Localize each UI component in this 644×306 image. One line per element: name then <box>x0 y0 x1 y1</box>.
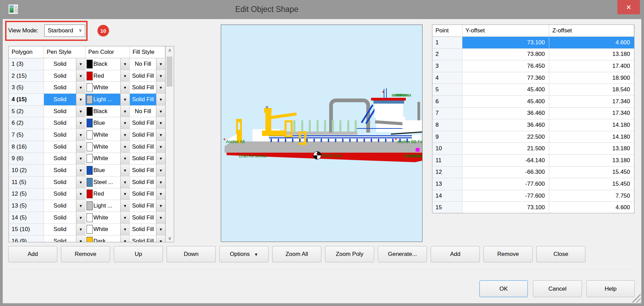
polygon-cell[interactable]: 15 (10) <box>9 224 44 235</box>
point-row-11[interactable]: 11-64.14013.180 <box>432 155 634 167</box>
polygon-cell[interactable]: 12 (5) <box>9 188 44 200</box>
z-offset-value[interactable]: 17.400 <box>549 60 634 72</box>
pen-style-cell[interactable]: Solid▼ <box>44 70 86 82</box>
polygon-table-scrollbar[interactable]: ∧ ∨ <box>166 46 174 242</box>
point-row-6[interactable]: 645.40017.340 <box>432 96 634 108</box>
dropdown-arrow-icon[interactable]: ▼ <box>76 129 85 141</box>
polygon-cell[interactable]: 6 (2) <box>9 117 44 129</box>
y-offset-value[interactable]: -77.600 <box>462 190 549 202</box>
fill-style-cell[interactable]: Solid Fill▼ <box>130 235 165 242</box>
dropdown-arrow-icon[interactable]: ▼ <box>120 200 129 212</box>
polygon-down-button[interactable]: Down <box>167 246 216 262</box>
pen-style-cell[interactable]: Solid▼ <box>44 141 86 153</box>
fill-style-cell[interactable]: Solid Fill▼ <box>130 117 165 129</box>
dropdown-arrow-icon[interactable]: ▼ <box>76 212 85 224</box>
dropdown-arrow-icon[interactable]: ▼ <box>156 224 165 235</box>
dropdown-arrow-icon[interactable]: ▼ <box>76 106 85 117</box>
fill-style-cell[interactable]: Solid Fill▼ <box>130 94 165 105</box>
dropdown-arrow-icon[interactable]: ▼ <box>76 117 85 129</box>
fill-style-cell[interactable]: Solid Fill▼ <box>130 70 165 82</box>
y-offset-value[interactable]: 77.360 <box>462 72 549 84</box>
close-dialog-button[interactable]: Close <box>536 246 585 262</box>
polygon-cell[interactable]: 8 (16) <box>9 141 44 153</box>
polygon-row-15[interactable]: 15 (10)Solid▼White▼Solid Fill▼ <box>9 224 165 236</box>
polygon-cell[interactable]: 14 (5) <box>9 212 44 224</box>
close-icon[interactable]: ✕ <box>617 0 640 14</box>
dropdown-arrow-icon[interactable]: ▼ <box>120 70 129 82</box>
pen-style-cell[interactable]: Solid▼ <box>44 58 86 70</box>
point-row-10[interactable]: 1021.50013.180 <box>432 143 634 155</box>
point-row-12[interactable]: 12-66.30015.450 <box>432 167 634 179</box>
fill-style-cell[interactable]: Solid Fill▼ <box>130 200 165 212</box>
y-offset-value[interactable]: 21.500 <box>462 143 549 154</box>
pen-color-cell[interactable]: Dark ...▼ <box>86 235 130 242</box>
ship-drawing-canvas[interactable]: Anchor AftDraft Aft sensorTSHD CoGAnchor… <box>221 25 423 242</box>
polygon-cell[interactable]: 1 (3) <box>9 58 44 70</box>
pen-style-cell[interactable]: Solid▼ <box>44 165 86 176</box>
fill-style-cell[interactable]: Solid Fill▼ <box>130 212 165 224</box>
dropdown-arrow-icon[interactable]: ▼ <box>120 165 129 176</box>
generate-button[interactable]: Generate... <box>378 246 427 262</box>
polygon-cell[interactable]: 16 (9) <box>9 235 44 242</box>
dropdown-arrow-icon[interactable]: ▼ <box>120 224 129 235</box>
polygon-add-button[interactable]: Add <box>8 246 57 262</box>
z-offset-value[interactable]: 18.540 <box>549 84 634 95</box>
pen-style-cell[interactable]: Solid▼ <box>44 117 86 129</box>
polygon-row-16[interactable]: 16 (9)Solid▼Dark ...▼Solid Fill▼ <box>9 235 165 242</box>
polygon-row-2[interactable]: 2 (15)Solid▼Red▼Solid Fill▼ <box>9 70 165 82</box>
polygon-row-14[interactable]: 14 (5)Solid▼White▼Solid Fill▼ <box>9 212 165 224</box>
y-offset-value[interactable]: -66.300 <box>462 167 549 178</box>
cancel-button[interactable]: Cancel <box>533 280 582 297</box>
dropdown-arrow-icon[interactable]: ▼ <box>156 82 165 93</box>
dropdown-arrow-icon[interactable]: ▼ <box>156 177 165 188</box>
scroll-up-icon[interactable]: ∧ <box>166 47 174 53</box>
z-offset-value[interactable]: 4.600 <box>549 202 634 213</box>
point-row-14[interactable]: 14-77.6007.750 <box>432 190 634 202</box>
polygon-remove-button[interactable]: Remove <box>61 246 110 262</box>
dropdown-arrow-icon[interactable]: ▼ <box>120 117 129 129</box>
dropdown-arrow-icon[interactable]: ▼ <box>156 212 165 224</box>
point-row-5[interactable]: 545.40018.540 <box>432 84 634 96</box>
y-offset-value[interactable]: 73.800 <box>462 49 549 60</box>
pen-style-cell[interactable]: Solid▼ <box>44 106 86 117</box>
dropdown-arrow-icon[interactable]: ▼ <box>156 141 165 153</box>
pen-style-cell[interactable]: Solid▼ <box>44 200 86 212</box>
polygon-row-12[interactable]: 12 (5)Solid▼Red▼Solid Fill▼ <box>9 188 165 200</box>
point-add-button[interactable]: Add <box>431 246 480 262</box>
polygon-row-8[interactable]: 8 (16)Solid▼White▼Solid Fill▼ <box>9 141 165 153</box>
polygon-cell[interactable]: 4 (15) <box>9 94 44 105</box>
polygon-row-6[interactable]: 6 (2)Solid▼Blue▼Solid Fill▼ <box>9 117 165 129</box>
fill-style-cell[interactable]: No Fill▼ <box>130 58 165 70</box>
polygon-up-button[interactable]: Up <box>114 246 163 262</box>
point-row-13[interactable]: 13-77.60015.450 <box>432 178 634 190</box>
dropdown-arrow-icon[interactable]: ▼ <box>76 94 85 105</box>
pen-style-cell[interactable]: Solid▼ <box>44 129 86 141</box>
ok-button[interactable]: OK <box>479 280 528 297</box>
dropdown-arrow-icon[interactable]: ▼ <box>76 70 85 82</box>
z-offset-value[interactable]: 13.180 <box>549 155 634 166</box>
polygon-cell[interactable]: 3 (5) <box>9 82 44 93</box>
polygon-cell[interactable]: 2 (15) <box>9 70 44 82</box>
dropdown-arrow-icon[interactable]: ▼ <box>156 129 165 141</box>
dropdown-arrow-icon[interactable]: ▼ <box>120 235 129 242</box>
z-offset-value[interactable]: 17.340 <box>549 108 634 119</box>
pen-style-cell[interactable]: Solid▼ <box>44 177 86 188</box>
pen-style-cell[interactable]: Solid▼ <box>44 224 86 235</box>
fill-style-cell[interactable]: Solid Fill▼ <box>130 82 165 93</box>
fill-style-cell[interactable]: No Fill▼ <box>130 106 165 117</box>
polygon-row-7[interactable]: 7 (5)Solid▼White▼Solid Fill▼ <box>9 129 165 141</box>
point-row-15[interactable]: 1573.1004.600 <box>432 202 634 213</box>
polygon-row-11[interactable]: 11 (5)Solid▼Steel ...▼Solid Fill▼ <box>9 177 165 188</box>
dropdown-arrow-icon[interactable]: ▼ <box>120 153 129 165</box>
pen-color-cell[interactable]: Red▼ <box>86 188 130 200</box>
z-offset-value[interactable]: 13.180 <box>549 143 634 154</box>
polygon-cell[interactable]: 13 (5) <box>9 200 44 212</box>
z-offset-value[interactable]: 17.340 <box>549 96 634 107</box>
point-row-1[interactable]: 173.1004.600 <box>432 37 634 49</box>
pen-color-cell[interactable]: Black▼ <box>86 106 130 117</box>
polygon-row-4[interactable]: 4 (15)Solid▼Light ...▼Solid Fill▼ <box>9 94 165 106</box>
pen-color-cell[interactable]: Black▼ <box>86 58 130 70</box>
z-offset-value[interactable]: 14.180 <box>549 119 634 131</box>
dropdown-arrow-icon[interactable]: ▼ <box>120 177 129 188</box>
fill-style-cell[interactable]: Solid Fill▼ <box>130 141 165 153</box>
